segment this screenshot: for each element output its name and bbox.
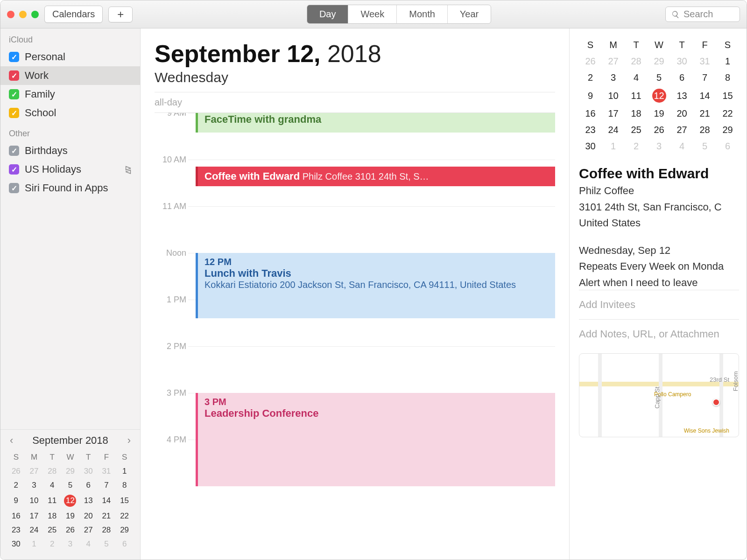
mini-day[interactable]: 4 <box>670 138 693 154</box>
mini-day[interactable]: 4 <box>625 70 648 86</box>
view-segmented-control[interactable]: DayWeekMonthYear <box>307 5 491 24</box>
mini-day[interactable]: 7 <box>98 478 116 492</box>
add-event-button[interactable]: + <box>108 7 133 22</box>
checkbox-icon[interactable] <box>9 183 19 193</box>
checkbox-icon[interactable] <box>9 52 19 62</box>
calendars-button[interactable]: Calendars <box>44 6 103 23</box>
mini-day[interactable]: 28 <box>43 464 61 478</box>
event-block[interactable]: 8:30 AMFaceTime with grandma <box>196 113 555 133</box>
mini-day[interactable]: 22 <box>115 509 134 523</box>
view-year[interactable]: Year <box>448 5 491 23</box>
mini-day[interactable]: 12 <box>648 86 670 105</box>
mini-day[interactable]: 14 <box>693 86 716 105</box>
mini-day[interactable]: 6 <box>670 70 693 86</box>
zoom-icon[interactable] <box>31 11 39 18</box>
mini-day[interactable]: 1 <box>25 537 43 551</box>
view-week[interactable]: Week <box>348 5 397 23</box>
mini-day[interactable]: 27 <box>670 122 693 138</box>
checkbox-icon[interactable] <box>9 164 19 175</box>
mini-day[interactable]: 13 <box>79 492 98 509</box>
mini-day[interactable]: 4 <box>43 478 61 492</box>
mini-day[interactable]: 3 <box>25 478 43 492</box>
mini-day[interactable]: 6 <box>115 537 134 551</box>
mini-day[interactable]: 19 <box>648 105 670 122</box>
mini-day[interactable]: 29 <box>115 523 134 537</box>
calendar-item-personal[interactable]: Personal <box>0 48 140 66</box>
mini-day[interactable]: 2 <box>43 537 61 551</box>
search-field[interactable]: Search <box>665 7 740 22</box>
mini-day[interactable]: 9 <box>579 86 602 105</box>
calendar-item-work[interactable]: Work <box>0 66 140 85</box>
mini-day[interactable]: 10 <box>602 86 625 105</box>
mini-day[interactable]: 29 <box>648 53 670 70</box>
mini-day[interactable]: 12 <box>61 492 79 509</box>
mini-day[interactable]: 18 <box>43 509 61 523</box>
mini-day[interactable]: 30 <box>79 464 98 478</box>
sidebar-mini-calendar[interactable]: ‹ September 2018 › SMTWTFS26272829303112… <box>0 429 140 560</box>
add-invitees-field[interactable]: Add Invitees <box>579 290 739 319</box>
mini-day[interactable]: 28 <box>693 122 716 138</box>
checkbox-icon[interactable] <box>9 89 19 99</box>
mini-day[interactable]: 23 <box>7 523 25 537</box>
minimize-icon[interactable] <box>19 11 27 18</box>
mini-day[interactable]: 3 <box>648 138 670 154</box>
add-notes-field[interactable]: Add Notes, URL, or Attachmen <box>579 319 739 349</box>
mini-day[interactable]: 24 <box>602 122 625 138</box>
mini-day[interactable]: 8 <box>115 478 134 492</box>
calendar-item-us-holidays[interactable]: US Holidays⧎ <box>0 160 140 179</box>
mini-day[interactable]: 23 <box>579 122 602 138</box>
mini-day[interactable]: 26 <box>61 523 79 537</box>
mini-day[interactable]: 1 <box>115 464 134 478</box>
mini-day[interactable]: 22 <box>716 105 739 122</box>
mini-day[interactable]: 20 <box>670 105 693 122</box>
mini-day[interactable]: 15 <box>716 86 739 105</box>
mini-day[interactable]: 2 <box>7 478 25 492</box>
mini-day[interactable]: 29 <box>716 122 739 138</box>
mini-day[interactable]: 11 <box>43 492 61 509</box>
mini-day[interactable]: 13 <box>670 86 693 105</box>
mini-day[interactable]: 27 <box>25 464 43 478</box>
mini-day[interactable]: 14 <box>98 492 116 509</box>
mini-day[interactable]: 15 <box>115 492 134 509</box>
event-block[interactable]: 12 PMLunch with TravisKokkari Estiatorio… <box>196 253 555 318</box>
mini-prev-icon[interactable]: ‹ <box>7 434 16 447</box>
mini-day[interactable]: 3 <box>602 70 625 86</box>
mini-day[interactable]: 6 <box>716 138 739 154</box>
calendar-item-school[interactable]: School <box>0 104 140 122</box>
mini-day[interactable]: 11 <box>625 86 648 105</box>
mini-day[interactable]: 30 <box>579 138 602 154</box>
mini-day[interactable]: 9 <box>7 492 25 509</box>
calendar-item-siri-found-in-apps[interactable]: Siri Found in Apps <box>0 179 140 197</box>
mini-day[interactable]: 31 <box>693 53 716 70</box>
mini-day[interactable]: 26 <box>579 53 602 70</box>
mini-day[interactable]: 5 <box>648 70 670 86</box>
event-block[interactable]: 3 PMLeadership Conference <box>196 393 555 486</box>
mini-day[interactable]: 1 <box>716 53 739 70</box>
mini-day[interactable]: 17 <box>602 105 625 122</box>
mini-day[interactable]: 10 <box>25 492 43 509</box>
mini-day[interactable]: 19 <box>61 509 79 523</box>
mini-day[interactable]: 21 <box>693 105 716 122</box>
event-block[interactable]: Coffee with Edward Philz Coffee 3101 24t… <box>196 167 555 186</box>
mini-day[interactable]: 28 <box>98 523 116 537</box>
mini-day[interactable]: 24 <box>25 523 43 537</box>
mini-day[interactable]: 2 <box>625 138 648 154</box>
mini-day[interactable]: 16 <box>579 105 602 122</box>
mini-day[interactable]: 16 <box>7 509 25 523</box>
mini-day[interactable]: 3 <box>61 537 79 551</box>
mini-day[interactable]: 5 <box>61 478 79 492</box>
mini-day[interactable]: 25 <box>625 122 648 138</box>
mini-day[interactable]: 6 <box>79 478 98 492</box>
mini-day[interactable]: 17 <box>25 509 43 523</box>
mini-day[interactable]: 21 <box>98 509 116 523</box>
checkbox-icon[interactable] <box>9 70 19 81</box>
checkbox-icon[interactable] <box>9 108 19 118</box>
mini-day[interactable]: 27 <box>602 53 625 70</box>
mini-day[interactable]: 2 <box>579 70 602 86</box>
calendar-item-birthdays[interactable]: Birthdays <box>0 141 140 160</box>
mini-day[interactable]: 30 <box>7 537 25 551</box>
mini-day[interactable]: 29 <box>61 464 79 478</box>
view-day[interactable]: Day <box>307 5 349 23</box>
inspector-mini-calendar[interactable]: SMTWTFS262728293031123456789101112131415… <box>579 37 739 154</box>
timeline[interactable]: 9 AM10 AM11 AMNoon1 PM2 PM3 PM4 PM 8:30 … <box>141 113 569 560</box>
